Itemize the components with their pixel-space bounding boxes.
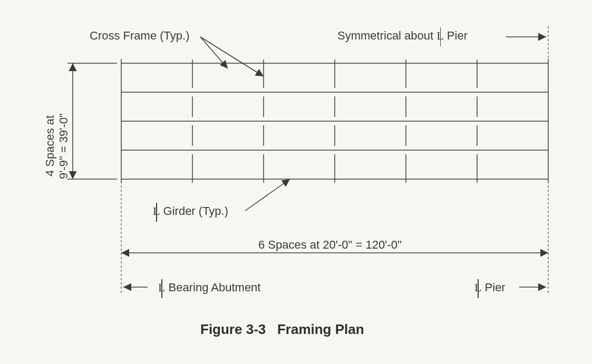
label-pier: L Pier <box>474 281 506 294</box>
label-cross-frame: Cross Frame (Typ.) <box>90 29 189 43</box>
centerline-icon: L <box>474 281 481 294</box>
label-bearing-abutment: L Bearing Abutment <box>158 281 260 294</box>
figure-title: Framing Plan <box>277 321 364 337</box>
label-horizontal-dim: 6 Spaces at 20'-0" = 120'-0" <box>258 238 402 252</box>
diagram-svg <box>0 0 592 364</box>
label-vertical-dim-1: 4 Spaces at <box>43 115 57 176</box>
figure-caption: Figure 3-3 Framing Plan <box>200 321 364 338</box>
label-symmetrical-post: Pier <box>444 29 468 42</box>
label-vertical-dim-2: 9'-9" = 39'-0" <box>57 113 71 179</box>
label-bearing-abutment-post: Bearing Abutment <box>165 281 260 294</box>
girder-leader <box>245 179 290 211</box>
label-girder: L Girder (Typ.) <box>153 204 228 218</box>
label-symmetrical-pre: Symmetrical about <box>337 29 436 42</box>
label-girder-post: Girder (Typ.) <box>160 204 228 218</box>
label-symmetrical: Symmetrical about L Pier <box>337 29 468 43</box>
centerline-icon: L <box>158 281 165 294</box>
figure-number: Figure 3-3 <box>200 321 266 337</box>
centerline-icon: L <box>436 29 443 43</box>
label-pier-post: Pier <box>481 281 505 294</box>
vertical-dimension <box>67 63 117 179</box>
framing-plan-figure: Cross Frame (Typ.) Symmetrical about L P… <box>0 0 592 364</box>
centerline-icon: L <box>153 204 160 218</box>
cross-frame-leader <box>200 37 264 76</box>
